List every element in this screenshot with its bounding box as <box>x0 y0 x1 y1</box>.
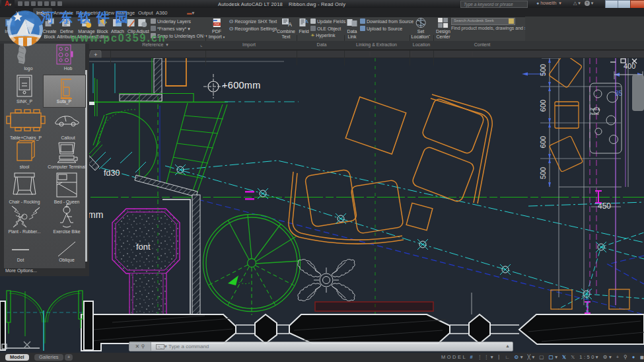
svg-text:600: 600 <box>539 100 547 112</box>
svg-text:+: + <box>94 52 97 58</box>
svg-text:+600mm: +600mm <box>222 80 261 90</box>
svg-text:fd30: fd30 <box>104 168 120 178</box>
svg-text:hob &: hob & <box>590 107 600 111</box>
svg-text:hood: hood <box>590 112 598 116</box>
svg-text:A: A <box>287 21 291 28</box>
svg-text:500: 500 <box>539 64 547 76</box>
svg-text:font: font <box>136 242 151 252</box>
svg-text:A: A <box>305 18 309 24</box>
svg-text:500: 500 <box>539 167 547 179</box>
svg-text:PDF: PDF <box>215 23 219 26</box>
svg-text:400: 400 <box>624 62 635 70</box>
svg-text:mm: mm <box>88 209 103 220</box>
svg-text:600: 600 <box>539 136 547 148</box>
